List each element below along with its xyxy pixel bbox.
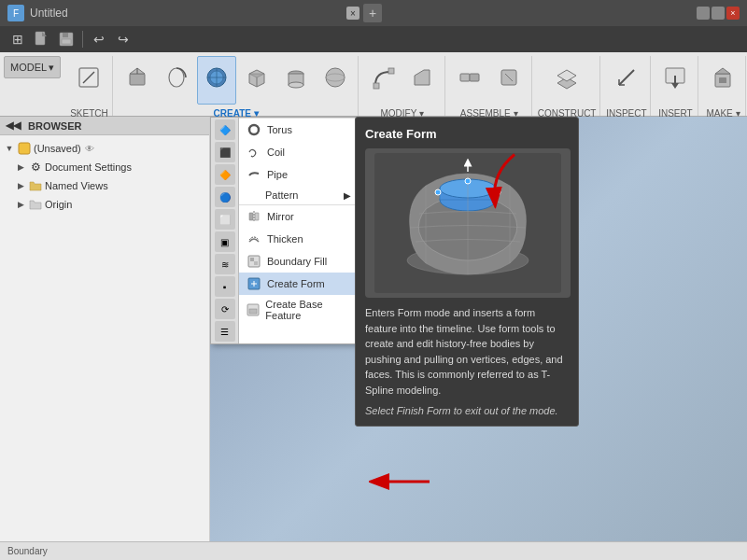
pattern-submenu-arrow: ▶ xyxy=(344,190,351,201)
redo-button[interactable]: ↪ xyxy=(113,29,134,49)
fillet-button[interactable] xyxy=(364,56,402,105)
menu-item-create-base[interactable]: Create Base Feature xyxy=(239,295,359,325)
menu-item-thicken[interactable]: Thicken xyxy=(239,228,359,250)
tooltip-body: Enters Form mode and inserts a form feat… xyxy=(365,305,569,398)
svg-marker-31 xyxy=(557,70,576,81)
pipe-icon xyxy=(247,167,261,182)
toolbar-divider xyxy=(82,31,83,48)
offset-plane-icon xyxy=(554,64,580,95)
joint-icon xyxy=(457,64,483,95)
tree-eye-icon[interactable]: 👁 xyxy=(85,144,94,154)
status-text: Boundary xyxy=(7,546,48,556)
extrude-button[interactable] xyxy=(119,56,156,105)
undo-button[interactable]: ↩ xyxy=(89,29,109,49)
menu-item-pipe[interactable]: Pipe xyxy=(239,163,359,186)
chamfer-button[interactable] xyxy=(403,56,441,105)
joint-button[interactable] xyxy=(451,56,488,105)
sidebar-create-icon-5[interactable]: ⬜ xyxy=(215,209,235,230)
menu-item-torus-label: Torus xyxy=(267,124,292,135)
create-dropdown-menu: 🔷 ⬛ 🔶 🔵 ⬜ ▣ ≋ ▪ ⟳ ☰ Torus xyxy=(210,117,359,344)
sidebar-create-icon-2[interactable]: ⬛ xyxy=(215,142,235,162)
model-dropdown[interactable]: MODEL ▾ xyxy=(4,56,61,78)
title-bar: F Untitled × + × xyxy=(0,0,747,26)
svg-point-10 xyxy=(169,68,184,87)
sketch-icon xyxy=(76,64,102,95)
make-icon xyxy=(710,64,736,95)
sidebar-create-icon-1[interactable]: 🔷 xyxy=(215,119,235,140)
sidebar-create-icon-10[interactable]: ☰ xyxy=(215,321,235,342)
tree-item-named-views[interactable]: ▶ Named Views xyxy=(0,176,209,195)
create-form-icon xyxy=(204,64,230,95)
revolve-button[interactable] xyxy=(158,56,195,105)
menu-item-coil[interactable]: Coil xyxy=(239,141,359,163)
tree-item-root[interactable]: ▼ (Unsaved) 👁 xyxy=(0,139,209,158)
menu-item-boundary-fill[interactable]: Boundary Fill xyxy=(239,250,359,273)
inspect-section: INSPECT ▾ xyxy=(602,56,651,116)
menu-item-thicken-label: Thicken xyxy=(267,233,303,245)
sidebar-create-icon-7[interactable]: ≋ xyxy=(215,254,235,274)
menu-item-pattern[interactable]: Pattern ▶ xyxy=(239,186,359,204)
save-button[interactable] xyxy=(56,29,77,49)
fillet-icon xyxy=(370,64,396,95)
canvas-area: 🔷 ⬛ 🔶 🔵 ⬜ ▣ ≋ ▪ ⟳ ☰ Torus xyxy=(210,117,747,544)
grid-view-button[interactable]: ⊞ xyxy=(7,29,28,49)
ribbon: MODEL ▾ SKETCH ▾ xyxy=(0,52,747,117)
svg-rect-57 xyxy=(249,309,257,314)
sphere-button[interactable] xyxy=(317,56,354,105)
browser-label: BROWSER xyxy=(28,120,81,132)
sidebar-create-icon-8[interactable]: ▪ xyxy=(215,276,235,297)
create-section: CREATE ▾ xyxy=(115,56,359,116)
sphere-icon xyxy=(322,64,348,95)
svg-rect-26 xyxy=(460,74,470,81)
svg-line-32 xyxy=(619,70,634,85)
chamfer-icon xyxy=(409,64,435,95)
tree-icon-root xyxy=(17,141,32,156)
app-title: Untitled xyxy=(30,7,345,20)
svg-point-21 xyxy=(326,68,345,87)
tree-arrow-origin: ▶ xyxy=(15,199,26,210)
menu-item-boundary-fill-label: Boundary Fill xyxy=(267,256,327,267)
menu-item-mirror[interactable]: Mirror xyxy=(239,204,359,228)
sidebar-create-icon-9[interactable]: ⟳ xyxy=(215,299,235,319)
box-button[interactable] xyxy=(238,56,275,105)
sketch-button[interactable] xyxy=(70,56,107,105)
svg-rect-4 xyxy=(62,39,71,44)
tree-root-label: (Unsaved) xyxy=(34,143,81,154)
sidebar-create-icon-3[interactable]: 🔶 xyxy=(215,164,235,185)
measure-button[interactable] xyxy=(608,56,645,105)
rigid-button[interactable] xyxy=(490,56,528,105)
menu-item-mirror-label: Mirror xyxy=(267,211,294,222)
svg-marker-37 xyxy=(671,83,679,89)
sidebar-create-icon-4[interactable]: 🔵 xyxy=(215,187,235,207)
svg-rect-52 xyxy=(254,261,258,265)
tree-arrow-doc: ▶ xyxy=(15,161,26,173)
new-tab-button[interactable]: + xyxy=(363,4,382,22)
extrude-icon xyxy=(124,64,150,95)
make-section: MAKE ▾ xyxy=(700,56,746,116)
menu-item-create-form[interactable]: Create Form xyxy=(239,273,359,295)
torus-icon xyxy=(247,122,261,137)
tree-doc-settings-label: Document Settings xyxy=(45,161,132,173)
make-button[interactable] xyxy=(704,56,741,105)
browser-collapse-button[interactable]: ◀◀ xyxy=(6,119,21,132)
mirror-icon xyxy=(247,209,261,224)
create-form-button[interactable] xyxy=(197,56,236,105)
svg-rect-24 xyxy=(388,68,394,74)
svg-rect-7 xyxy=(130,74,145,85)
tree-named-views-label: Named Views xyxy=(45,180,108,191)
sketch-section: SKETCH ▾ xyxy=(66,56,113,116)
tree-item-doc-settings[interactable]: ▶ ⚙ Document Settings xyxy=(0,158,209,176)
menu-item-pipe-label: Pipe xyxy=(267,169,288,180)
box-icon xyxy=(244,64,270,95)
cylinder-button[interactable] xyxy=(277,56,315,105)
insert-icon xyxy=(662,64,688,95)
menu-item-torus[interactable]: Torus xyxy=(239,118,359,141)
sidebar-create-icon-6[interactable]: ▣ xyxy=(215,231,235,252)
measure-icon xyxy=(613,64,640,95)
tree-item-origin[interactable]: ▶ Origin xyxy=(0,195,209,214)
offset-plane-button[interactable] xyxy=(548,56,585,105)
insert-button[interactable] xyxy=(656,56,694,105)
coil-icon xyxy=(247,145,261,160)
file-button[interactable] xyxy=(32,29,52,49)
tab-close-button[interactable]: × xyxy=(346,7,359,20)
